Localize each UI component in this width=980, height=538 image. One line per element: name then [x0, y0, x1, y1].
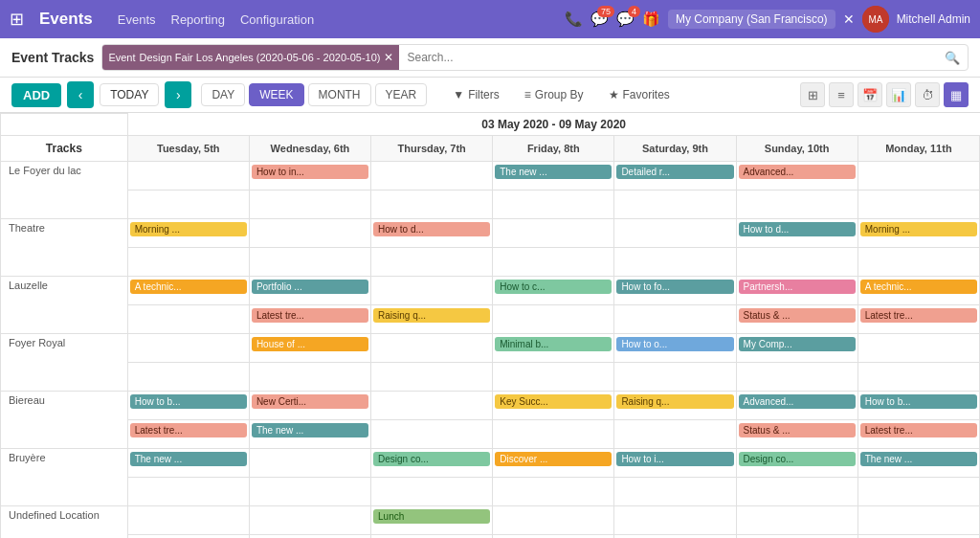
event-pill[interactable]: How to b... [860, 394, 977, 409]
search-tag-remove[interactable]: ✕ [384, 51, 393, 64]
msg-icon[interactable]: 💬4 [616, 11, 635, 28]
next-button[interactable]: › [165, 81, 191, 108]
event-pill[interactable]: A technic... [860, 280, 977, 294]
event-pill[interactable]: The new ... [130, 452, 247, 466]
event-pill[interactable]: How to c... [495, 280, 612, 294]
phone-icon[interactable]: 📞 [565, 11, 583, 28]
cal-cell [614, 190, 736, 218]
event-pill[interactable]: Morning ... [860, 222, 977, 236]
chat-icon[interactable]: 💬75 [590, 11, 609, 28]
event-pill[interactable]: The new ... [860, 452, 977, 466]
grid-view-button[interactable]: ⊞ [800, 82, 825, 107]
tab-year[interactable]: YEAR [375, 83, 428, 106]
event-pill[interactable]: Raising q... [616, 394, 733, 409]
grid-icon[interactable]: ⊞ [10, 9, 24, 30]
track-view-button[interactable]: ▦ [944, 82, 969, 107]
list-view-button[interactable]: ≡ [829, 82, 854, 107]
event-pill[interactable]: Latest tre... [130, 423, 247, 437]
event-pill[interactable]: Discover ... [495, 452, 612, 466]
cal-cell [371, 362, 493, 391]
event-pill[interactable]: How to i... [616, 452, 733, 466]
cal-cell [614, 362, 736, 391]
event-pill[interactable]: Design co... [373, 452, 490, 466]
event-pill[interactable]: Latest tre... [860, 308, 977, 323]
event-pill[interactable]: Portfolio ... [252, 280, 368, 294]
add-button[interactable]: ADD [11, 83, 61, 107]
cal-cell [858, 362, 979, 391]
cal-cell [127, 505, 249, 534]
groupby-label: Group By [535, 88, 584, 101]
search-tag[interactable]: Event Design Fair Los Angeles (2020-05-0… [102, 45, 399, 70]
nav-events[interactable]: Events [118, 12, 156, 27]
event-pill[interactable]: Raising q... [373, 308, 490, 323]
close-icon[interactable]: ✕ [843, 11, 855, 27]
track-label: Lauzelle [1, 276, 128, 333]
event-pill[interactable]: Status & ... [739, 423, 856, 437]
today-button[interactable]: TODAY [100, 83, 159, 106]
cal-cell [858, 161, 979, 190]
event-pill[interactable]: How to fo... [616, 280, 733, 294]
day-header-4: Saturday, 9th [614, 135, 736, 161]
nav-reporting[interactable]: Reporting [171, 12, 225, 27]
event-pill[interactable]: How to d... [739, 222, 856, 236]
event-pill[interactable]: Latest tre... [252, 308, 368, 323]
cal-cell: Key Succ... [493, 391, 614, 419]
cal-cell: Lunch [371, 505, 493, 534]
cal-cell: The new ... [249, 419, 370, 448]
cal-cell [127, 304, 249, 333]
event-pill[interactable]: The new ... [252, 423, 368, 437]
event-pill[interactable]: Advanced... [739, 165, 856, 179]
tab-day[interactable]: DAY [201, 83, 245, 106]
search-button[interactable]: 🔍 [937, 47, 968, 69]
favorites-button[interactable]: ★ Favorites [600, 84, 679, 105]
event-pill[interactable]: Lunch [373, 509, 490, 524]
event-pill[interactable]: Advanced... [739, 394, 856, 409]
company-selector[interactable]: My Company (San Francisco) [668, 10, 835, 29]
calendar-view-button[interactable]: 📅 [858, 82, 882, 107]
event-pill[interactable]: Key Succ... [495, 394, 612, 409]
day-header-6: Monday, 11th [858, 135, 979, 161]
cal-cell: House of ... [249, 333, 370, 362]
tracks-header: Tracks [1, 135, 128, 161]
event-pill[interactable]: A technic... [130, 280, 247, 294]
clock-view-button[interactable]: ⏱ [915, 82, 940, 107]
groupby-button[interactable]: ≡ Group By [516, 84, 592, 105]
cal-cell [371, 190, 493, 218]
event-pill[interactable]: Partnersh... [739, 280, 856, 294]
chart-view-button[interactable]: 📊 [886, 82, 911, 107]
cal-cell: How to d... [858, 534, 979, 538]
event-pill[interactable]: Detailed r... [616, 165, 733, 179]
star-icon: ★ [609, 88, 619, 101]
tab-week[interactable]: WEEK [249, 83, 303, 106]
event-pill[interactable]: How to o... [616, 337, 733, 351]
event-pill[interactable]: My Comp... [739, 337, 856, 351]
cal-cell [858, 190, 979, 218]
avatar[interactable] [862, 6, 889, 33]
search-input[interactable] [399, 51, 937, 64]
day-header-2: Thursday, 7th [371, 135, 493, 161]
cal-cell: How to o... [614, 333, 736, 362]
event-pill[interactable]: The new ... [495, 165, 612, 179]
event-pill[interactable]: New Certi... [252, 394, 368, 409]
cal-cell: New Certi... [249, 391, 370, 419]
event-pill[interactable]: Minimal b... [495, 337, 612, 351]
event-pill[interactable]: Latest tre... [860, 423, 977, 437]
event-pill[interactable]: How to in... [252, 165, 368, 179]
event-pill[interactable]: Status & ... [739, 308, 856, 323]
cal-cell [858, 477, 979, 505]
event-pill[interactable]: How to d... [373, 222, 490, 236]
nav-configuration[interactable]: Configuration [240, 12, 314, 27]
sub-header: Event Tracks Event Design Fair Los Angel… [0, 38, 980, 78]
event-pill[interactable]: Design co... [739, 452, 856, 466]
filters-button[interactable]: ▼ Filters [444, 84, 508, 105]
event-pill[interactable]: Morning ... [130, 222, 247, 236]
event-pill[interactable]: House of ... [252, 337, 368, 351]
tab-month[interactable]: MONTH [308, 83, 371, 106]
gift-icon[interactable]: 🎁 [642, 11, 660, 28]
table-row [1, 247, 980, 276]
cal-cell: How to in... [249, 161, 370, 190]
user-menu[interactable]: Mitchell Admin [897, 12, 970, 26]
prev-button[interactable]: ‹ [67, 81, 94, 108]
cal-cell [371, 477, 493, 505]
event-pill[interactable]: How to b... [130, 394, 247, 409]
